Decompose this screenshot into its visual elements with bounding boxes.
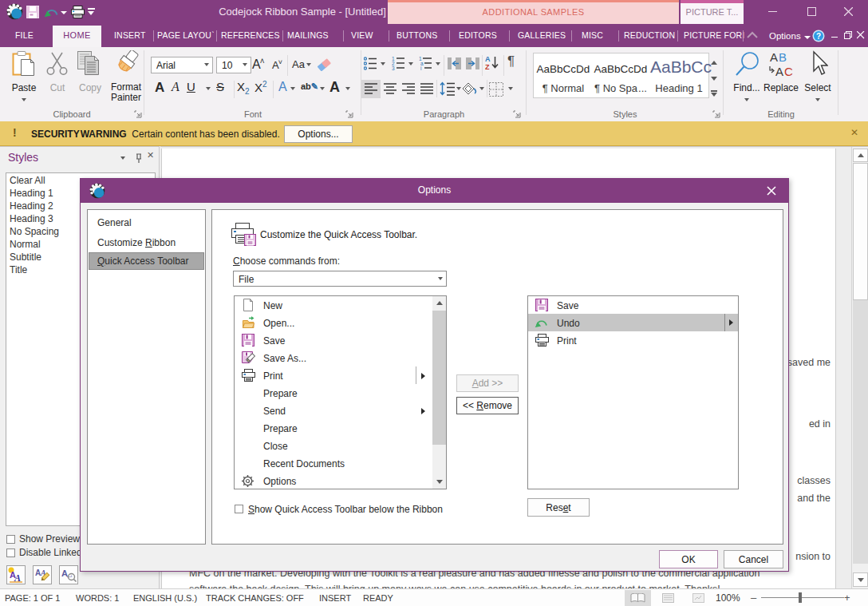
svg-text:?: ? bbox=[816, 32, 821, 41]
